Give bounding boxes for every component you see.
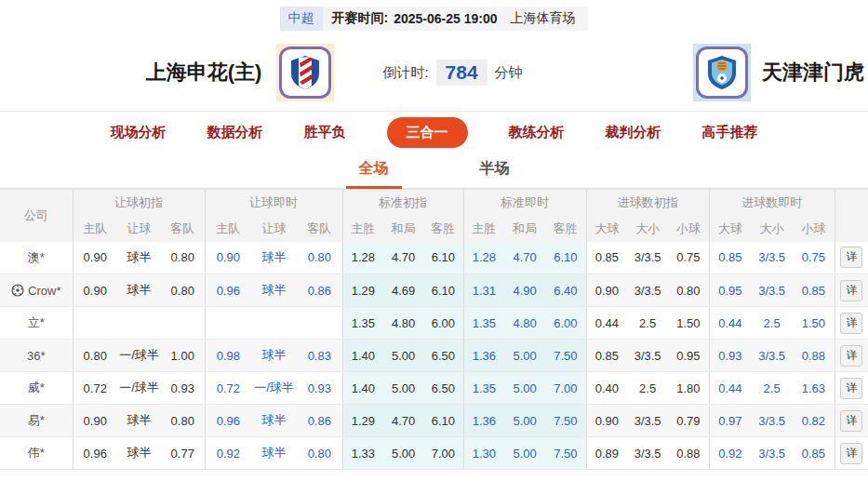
odds-cell: 5.00 [383,372,423,405]
odds-cell: 1.35 [342,307,383,340]
odds-cell: 0.96 [205,274,251,307]
odds-cell: 1.28 [463,242,504,274]
odds-cell: 3/3.5 [751,274,793,307]
detail-button[interactable]: 详 [840,280,862,301]
odds-cell: 球半 [117,405,161,437]
odds-cell: 0.93 [297,372,342,405]
detail-button[interactable]: 详 [840,378,862,399]
odds-cell: 1.40 [342,372,383,405]
sub-column-header: 主胜 [463,216,504,242]
odds-cell: 0.80 [297,242,342,274]
group-column-header: 进球数初指 [586,190,709,216]
kickoff-time: 2025-06-25 19:00 [394,11,497,26]
nav-tab[interactable]: 胜平负 [304,124,346,141]
odds-cell: 6.00 [545,307,586,340]
away-team: 天津津门虎 [523,44,864,101]
odds-cell: 0.83 [297,340,342,372]
odds-cell: 1.30 [463,437,504,470]
odds-cell: 1.29 [342,274,383,307]
odds-cell: 2.5 [627,307,668,340]
odds-cell: 1.00 [161,340,205,372]
odds-cell: 0.86 [297,274,342,307]
table-row: 伟*0.96球半0.770.92球半0.801.335.007.001.305.… [0,437,868,470]
odds-table-head: 公司让球初指让球即时标准初指标准即时进球数初指进球数即时主队让球客队主队让球客队… [0,190,868,242]
countdown-unit: 分钟 [495,64,523,82]
away-team-logo [693,44,751,101]
detail-button[interactable]: 详 [840,443,862,464]
nav-tab[interactable]: 教练分析 [509,124,565,141]
odds-cell: 0.96 [205,405,251,437]
detail-button[interactable]: 详 [840,313,862,334]
detail-button[interactable]: 详 [840,410,862,432]
company-cell[interactable]: 澳* [0,242,73,274]
table-row: 立*1.354.806.001.354.806.000.442.51.500.4… [0,307,868,340]
odds-cell: 1.40 [342,340,383,372]
odds-cell: 1.35 [463,307,504,340]
odds-cell: 0.90 [205,242,251,274]
company-name: 伟* [28,445,45,461]
odds-cell: 0.86 [297,405,342,437]
odds-cell: 球半 [251,405,297,437]
home-team: 上海申花(主) [4,44,345,101]
company-cell[interactable]: 易* [0,405,73,437]
odds-cell: 6.10 [545,242,586,274]
nav-tab[interactable]: 三合一 [387,117,468,148]
odds-cell: 球半 [251,274,297,307]
sub-column-header: 大小 [751,216,793,242]
odds-cell: 4.70 [383,242,423,274]
odds-cell: 0.80 [297,437,342,470]
odds-cell: 0.98 [205,340,251,372]
table-row: Crow*0.90球半0.800.96球半0.861.294.696.101.3… [0,274,868,307]
odds-cell: 0.85 [793,437,835,470]
odds-cell: 7.00 [545,372,586,405]
nav-tab[interactable]: 高手推荐 [702,124,758,141]
detail-button[interactable]: 详 [840,345,862,367]
odds-cell [251,307,297,340]
away-team-name: 天津津门虎 [762,59,864,87]
company-cell[interactable]: 威* [0,372,73,405]
odds-cell: 0.97 [709,405,751,437]
nav-tab[interactable]: 现场分析 [111,124,167,141]
company-cell[interactable]: 立* [0,307,73,340]
odds-cell: 0.72 [73,372,117,405]
odds-cell: 5.00 [504,372,545,405]
odds-cell: 6.50 [423,372,463,405]
odds-cell: 0.75 [668,242,709,274]
odds-cell: 0.40 [586,372,627,405]
odds-cell: 4.69 [383,274,423,307]
company-cell[interactable]: Crow* [0,274,73,307]
sub-column-header: 和局 [383,216,423,242]
nav-tab[interactable]: 裁判分析 [606,124,661,141]
odds-cell: 7.50 [545,405,586,437]
home-team-name: 上海申花(主) [146,59,262,87]
odds-cell: 4.70 [383,405,423,437]
sub-tab[interactable]: 半场 [467,159,523,189]
odds-cell: 7.00 [423,437,463,470]
odds-cell: 1.29 [342,405,383,437]
detail-column-header [835,190,868,242]
league-badge[interactable]: 中超 [280,7,323,31]
odds-cell: 0.90 [586,274,627,307]
nav-tab[interactable]: 数据分析 [207,124,263,141]
detail-button[interactable]: 详 [840,247,862,268]
sub-column-header: 和局 [504,216,545,242]
detail-cell: 详 [835,340,868,372]
company-cell[interactable]: 伟* [0,437,73,470]
sub-tab[interactable]: 全场 [346,159,402,189]
odds-cell [161,307,205,340]
odds-cell: 0.85 [586,242,627,274]
odds-cell: 3/3.5 [751,437,793,470]
odds-cell: 6.10 [423,274,463,307]
odds-cell: 0.90 [586,405,627,437]
odds-cell: 3/3.5 [751,242,793,274]
venue-label: 上海体育场 [510,10,575,27]
odds-cell: 0.80 [73,340,117,372]
odds-cell: 1.31 [463,274,504,307]
odds-cell: 0.80 [668,274,709,307]
group-column-header: 让球即时 [205,190,342,216]
company-cell[interactable]: 36* [0,340,73,372]
teams-row: 上海申花(主) 倒计时: 784 分钟 [0,34,868,111]
odds-cell: 0.85 [793,274,835,307]
odds-cell: 3/3.5 [627,274,668,307]
detail-cell: 详 [835,242,868,274]
